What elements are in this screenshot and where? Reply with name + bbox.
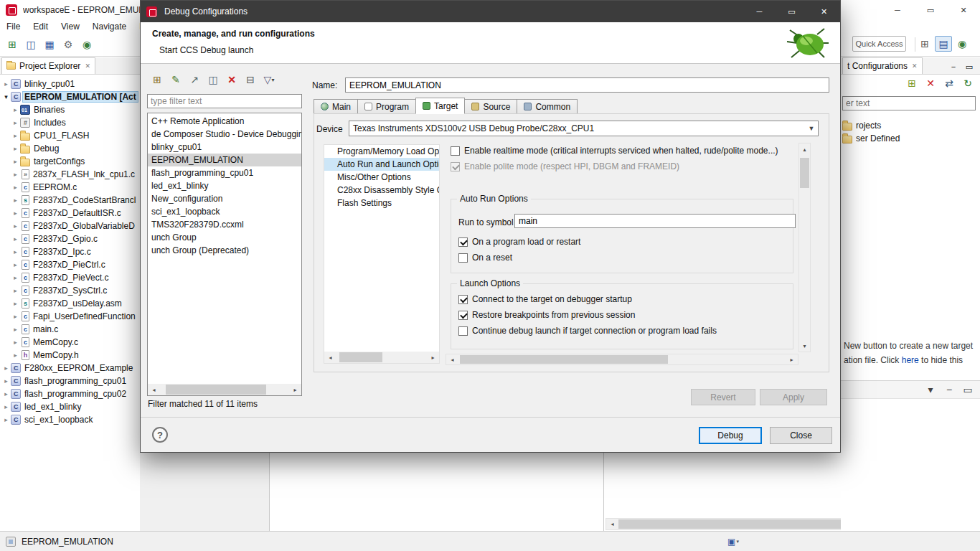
expand-arrow-icon[interactable]: ▸ <box>11 235 20 242</box>
config-item[interactable]: blinky_cpu01 <box>148 141 301 154</box>
restore-breakpoints-checkbox[interactable] <box>458 311 468 320</box>
tab-project-explorer[interactable]: Project Explorer ✕ <box>1 57 95 74</box>
scrollbar-thumb[interactable] <box>800 158 809 188</box>
expand-arrow-icon[interactable]: ▸ <box>11 261 20 268</box>
scrollbar-thumb[interactable] <box>166 385 266 395</box>
scroll-up-icon[interactable]: ▴ <box>799 143 810 155</box>
target-config-tree-item[interactable]: ser Defined <box>841 132 980 145</box>
scroll-left-icon[interactable]: ◂ <box>446 354 458 364</box>
config-item[interactable]: TMS320F28379D.ccxml <box>148 218 301 231</box>
project-explorer-item[interactable]: ▸EEPROM.c <box>0 181 140 194</box>
project-explorer-item[interactable]: ▸Debug <box>0 142 140 155</box>
scroll-right-icon[interactable]: ▸ <box>289 384 301 395</box>
project-explorer-item[interactable]: ▸MemCopy.c <box>0 336 140 349</box>
dialog-titlebar[interactable]: Debug Configurations ─ ▭ ✕ <box>141 1 840 22</box>
config-item[interactable]: C++ Remote Application <box>148 115 301 128</box>
config-item[interactable]: sci_ex1_loopback <box>148 205 301 218</box>
on-reset-checkbox[interactable] <box>458 253 468 263</box>
project-explorer-item[interactable]: ▸Fapi_UserDefinedFunction <box>0 310 140 323</box>
project-explorer-item[interactable]: ▸targetConfigs <box>0 155 140 168</box>
menu-file[interactable]: File <box>0 22 27 32</box>
project-explorer-item[interactable]: ▾EEPROM_EMULATION [Act <box>0 90 140 103</box>
quick-access-button[interactable]: Quick Access <box>852 36 906 52</box>
filter-configs-icon[interactable] <box>260 72 278 88</box>
project-explorer-item[interactable]: ▸F2837xD_usDelay.asm <box>0 297 140 310</box>
realtime-mode-row[interactable]: Enable realtime mode (critical interrupt… <box>451 146 795 156</box>
polite-mode-checkbox[interactable] <box>451 162 460 171</box>
expand-arrow-icon[interactable]: ▸ <box>11 300 20 307</box>
run-to-symbol-input[interactable] <box>514 214 796 228</box>
tab-target[interactable]: Target <box>415 98 465 114</box>
config-item[interactable]: EEPROM_EMULATION <box>148 154 301 166</box>
polite-mode-row[interactable]: Enable polite mode (respect HPI, DBGM an… <box>451 161 795 171</box>
collapse-arrow-icon[interactable]: ▾ <box>1 93 11 100</box>
project-explorer-item[interactable]: ▸F2837xD_DefaultISR.c <box>0 207 140 220</box>
settings-section-item[interactable]: Program/Memory Load Op <box>324 145 439 158</box>
expand-arrow-icon[interactable]: ▸ <box>11 209 20 217</box>
duplicate-config-icon[interactable] <box>204 72 222 88</box>
expand-arrow-icon[interactable]: ▸ <box>1 377 11 385</box>
close-tab-icon[interactable]: ✕ <box>912 62 918 70</box>
menu-view[interactable]: View <box>55 22 86 32</box>
tab-target-configurations[interactable]: t Configurations ✕ <box>842 57 923 74</box>
on-program-load-checkbox[interactable] <box>458 237 468 247</box>
config-item[interactable]: unch Group <box>148 231 301 244</box>
expand-arrow-icon[interactable]: ▸ <box>1 80 11 88</box>
project-explorer-item[interactable]: ▸F2837xD_Ipc.c <box>0 245 140 258</box>
minimize-view-icon[interactable] <box>941 382 958 397</box>
debug-button[interactable]: Debug <box>699 427 762 444</box>
config-item[interactable]: led_ex1_blinky <box>148 179 301 192</box>
scroll-right-icon[interactable]: ▸ <box>427 352 439 363</box>
dialog-close-button[interactable]: ✕ <box>808 1 840 22</box>
project-explorer-item[interactable]: ▸F2837xD_CodeStartBrancl <box>0 194 140 207</box>
delete-target-config-icon[interactable] <box>922 75 939 91</box>
name-input[interactable] <box>345 77 829 93</box>
maximize-view-icon[interactable]: ▭ <box>962 60 976 73</box>
project-explorer-item[interactable]: ▸F2837xD_PieCtrl.c <box>0 258 140 271</box>
sections-hscrollbar[interactable]: ◂ ▸ <box>324 352 439 363</box>
expand-arrow-icon[interactable]: ▸ <box>11 145 20 152</box>
connect-target-checkbox[interactable] <box>458 295 468 304</box>
expand-arrow-icon[interactable]: ▸ <box>11 197 20 204</box>
expand-arrow-icon[interactable]: ▸ <box>11 171 20 178</box>
expand-arrow-icon[interactable]: ▸ <box>11 106 20 113</box>
settings-section-item[interactable]: Auto Run and Launch Optio <box>324 158 439 171</box>
expand-arrow-icon[interactable]: ▸ <box>1 403 11 410</box>
tab-program[interactable]: Program <box>357 99 416 114</box>
project-explorer-item[interactable]: ▸CPU1_FLASH <box>0 129 140 142</box>
config-item[interactable]: de Composer Studio - Device Debugging <box>148 128 301 141</box>
config-list-hscrollbar[interactable]: ◂ ▸ <box>148 384 301 395</box>
config-filter-input[interactable] <box>147 94 302 108</box>
options-hscrollbar[interactable]: ◂ ▸ <box>446 354 798 365</box>
scroll-left-icon[interactable]: ◂ <box>148 384 160 395</box>
hide-hint-link[interactable]: here <box>902 355 919 365</box>
target-config-filter-input[interactable] <box>842 96 976 110</box>
scroll-right-icon[interactable]: ▸ <box>786 354 798 364</box>
expand-arrow-icon[interactable]: ▸ <box>11 119 20 126</box>
settings-section-item[interactable]: Flash Settings <box>324 197 439 209</box>
new-icon[interactable] <box>4 37 21 52</box>
on-program-load-row[interactable]: On a program load or restart <box>458 237 781 247</box>
project-explorer-item[interactable]: ▸F280xx_EEPROM_Example <box>0 362 140 375</box>
expand-arrow-icon[interactable]: ▸ <box>11 158 20 165</box>
expand-arrow-icon[interactable]: ▸ <box>11 352 20 359</box>
config-item[interactable]: New_configuration <box>148 192 301 205</box>
restore-breakpoints-row[interactable]: Restore breakpoints from previous sessio… <box>458 310 781 320</box>
project-explorer-item[interactable]: ▸2837x_FLASH_lnk_cpu1.c <box>0 168 140 181</box>
build-icon[interactable] <box>60 37 77 52</box>
console-icon[interactable]: ▣ <box>726 535 740 548</box>
device-combo[interactable]: Texas Instruments XDS100v2 USB Debug Pro… <box>349 121 819 136</box>
window-close-button[interactable]: ✕ <box>947 0 980 20</box>
continue-launch-row[interactable]: Continue debug launch if target connecti… <box>458 326 788 336</box>
target-config-tree-item[interactable]: rojects <box>841 119 980 132</box>
expand-arrow-icon[interactable]: ▸ <box>11 222 20 230</box>
project-explorer-item[interactable]: ▸blinky_cpu01 <box>0 77 140 90</box>
project-explorer-item[interactable]: ▸main.c <box>0 323 140 336</box>
ccs-edit-perspective-icon[interactable] <box>935 36 952 52</box>
dialog-maximize-button[interactable]: ▭ <box>776 1 808 22</box>
project-explorer-item[interactable]: ▸sci_ex1_loopback <box>0 413 140 426</box>
project-explorer-item[interactable]: ▸F2837xD_SysCtrl.c <box>0 284 140 297</box>
on-reset-row[interactable]: On a reset <box>458 253 781 263</box>
project-explorer-item[interactable]: ▸F2837xD_Gpio.c <box>0 232 140 245</box>
tab-main[interactable]: Main <box>314 99 358 114</box>
